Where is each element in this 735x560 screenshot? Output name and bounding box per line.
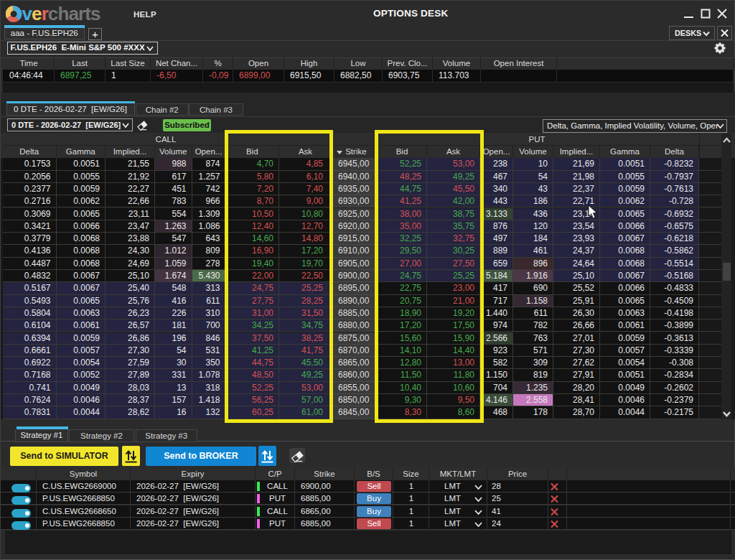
svg-text:vercharts: vercharts: [22, 5, 100, 24]
